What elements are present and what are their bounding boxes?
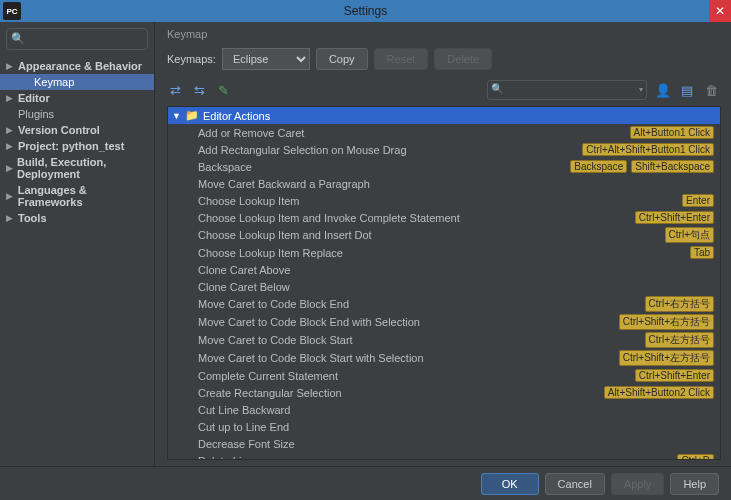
help-button[interactable]: Help <box>670 473 719 495</box>
action-label: Cut Line Backward <box>198 404 714 416</box>
action-row[interactable]: Choose Lookup Item and Invoke Complete S… <box>168 209 720 226</box>
sidebar-item-keymap[interactable]: Keymap <box>0 74 154 90</box>
action-row[interactable]: Cut Line Backward <box>168 401 720 418</box>
sidebar-item-tools[interactable]: ▶Tools <box>0 210 154 226</box>
action-row[interactable]: Move Caret to Code Block End with Select… <box>168 313 720 331</box>
expand-arrow-icon: ▶ <box>6 93 14 103</box>
collapse-arrow-icon: ▼ <box>172 111 181 121</box>
shortcut-badge: Alt+Shift+Button2 Click <box>604 386 714 399</box>
shortcut-badge: Ctrl+Shift+右方括号 <box>619 314 714 330</box>
action-label: Choose Lookup Item Replace <box>198 247 690 259</box>
shortcut-badge: Ctrl+D <box>677 454 714 460</box>
shortcut-badge: Ctrl+Alt+Shift+Button1 Click <box>582 143 714 156</box>
sidebar-item-label: Plugins <box>18 108 54 120</box>
action-row[interactable]: Choose Lookup ItemEnter <box>168 192 720 209</box>
action-row[interactable]: Move Caret to Code Block EndCtrl+右方括号 <box>168 295 720 313</box>
action-label: Move Caret to Code Block End <box>198 298 645 310</box>
action-row[interactable]: Clone Caret Below <box>168 278 720 295</box>
action-row[interactable]: Add or Remove CaretAlt+Button1 Click <box>168 124 720 141</box>
action-label: Add Rectangular Selection on Mouse Drag <box>198 144 582 156</box>
expand-arrow-icon: ▶ <box>6 141 14 151</box>
shortcut-group: BackspaceShift+Backspace <box>570 160 714 173</box>
sidebar-search-input[interactable] <box>6 28 148 50</box>
action-row[interactable]: Create Rectangular SelectionAlt+Shift+Bu… <box>168 384 720 401</box>
expand-all-icon[interactable]: ⇄ <box>167 82 183 98</box>
shortcut-group: Alt+Shift+Button2 Click <box>604 386 714 399</box>
action-row[interactable]: BackspaceBackspaceShift+Backspace <box>168 158 720 175</box>
action-label: Complete Current Statement <box>198 370 635 382</box>
shortcut-group: Ctrl+Shift+右方括号 <box>619 314 714 330</box>
sidebar-item-version-control[interactable]: ▶Version Control <box>0 122 154 138</box>
edit-icon[interactable]: ✎ <box>215 82 231 98</box>
shortcut-badge: Ctrl+句点 <box>665 227 714 243</box>
action-label: Add or Remove Caret <box>198 127 630 139</box>
sidebar-item-languages-frameworks[interactable]: ▶Languages & Frameworks <box>0 182 154 210</box>
search-icon: 🔍 <box>11 32 25 45</box>
action-row[interactable]: Delete LineCtrl+D <box>168 452 720 460</box>
find-by-shortcut-icon[interactable]: 👤 <box>655 82 671 98</box>
action-label: Decrease Font Size <box>198 438 714 450</box>
folder-icon: 📁 <box>185 109 199 122</box>
action-row[interactable]: Move Caret Backward a Paragraph <box>168 175 720 192</box>
action-row[interactable]: Choose Lookup Item ReplaceTab <box>168 244 720 261</box>
action-row[interactable]: Move Caret to Code Block StartCtrl+左方括号 <box>168 331 720 349</box>
shortcut-badge: Tab <box>690 246 714 259</box>
collapse-all-icon[interactable]: ⇆ <box>191 82 207 98</box>
reset-button[interactable]: Reset <box>374 48 429 70</box>
shortcut-badge: Ctrl+Shift+Enter <box>635 369 714 382</box>
action-label: Choose Lookup Item <box>198 195 682 207</box>
panel-title: Keymap <box>155 22 731 44</box>
sidebar-search[interactable]: 🔍 <box>6 28 148 50</box>
action-label: Move Caret Backward a Paragraph <box>198 178 714 190</box>
ok-button[interactable]: OK <box>481 473 539 495</box>
action-search[interactable]: 🔍 ▾ <box>487 80 647 100</box>
keymaps-label: Keymaps: <box>167 53 216 65</box>
sidebar-item-editor[interactable]: ▶Editor <box>0 90 154 106</box>
action-row[interactable]: Complete Current StatementCtrl+Shift+Ent… <box>168 367 720 384</box>
group-editor-actions[interactable]: ▼ 📁 Editor Actions <box>168 107 720 124</box>
action-label: Delete Line <box>198 455 677 461</box>
keymaps-dropdown[interactable]: Eclipse <box>222 48 310 70</box>
content-panel: Keymap Keymaps: Eclipse Copy Reset Delet… <box>155 22 731 466</box>
sidebar-item-plugins[interactable]: Plugins <box>0 106 154 122</box>
action-row[interactable]: Decrease Font Size <box>168 435 720 452</box>
sidebar-item-build-execution-deployment[interactable]: ▶Build, Execution, Deployment <box>0 154 154 182</box>
expand-arrow-icon: ▶ <box>6 125 14 135</box>
shortcut-group: Ctrl+句点 <box>665 227 714 243</box>
title-bar: PC Settings ✕ <box>0 0 731 22</box>
shortcut-group: Ctrl+右方括号 <box>645 296 714 312</box>
shortcut-badge: Ctrl+Shift+左方括号 <box>619 350 714 366</box>
trash-icon[interactable]: 🗑 <box>703 82 719 98</box>
action-label: Backspace <box>198 161 570 173</box>
keymap-selector-row: Keymaps: Eclipse Copy Reset Delete <box>155 44 731 78</box>
actions-list[interactable]: ▼ 📁 Editor Actions Add or Remove CaretAl… <box>167 106 721 460</box>
shortcut-badge: Ctrl+Shift+Enter <box>635 211 714 224</box>
shortcut-group: Enter <box>682 194 714 207</box>
action-label: Clone Caret Above <box>198 264 714 276</box>
sidebar-item-appearance-behavior[interactable]: ▶Appearance & Behavior <box>0 58 154 74</box>
action-row[interactable]: Choose Lookup Item and Insert DotCtrl+句点 <box>168 226 720 244</box>
filter-icon[interactable]: ▤ <box>679 82 695 98</box>
action-label: Create Rectangular Selection <box>198 387 604 399</box>
action-row[interactable]: Move Caret to Code Block Start with Sele… <box>168 349 720 367</box>
delete-button[interactable]: Delete <box>434 48 492 70</box>
close-button[interactable]: ✕ <box>709 0 731 22</box>
action-row[interactable]: Clone Caret Above <box>168 261 720 278</box>
shortcut-badge: Backspace <box>570 160 627 173</box>
action-label: Cut up to Line End <box>198 421 714 433</box>
shortcut-badge: Shift+Backspace <box>631 160 714 173</box>
shortcut-group: Ctrl+D <box>677 454 714 460</box>
sidebar-item-project-python-test[interactable]: ▶Project: python_test <box>0 138 154 154</box>
sidebar-item-label: Project: python_test <box>18 140 124 152</box>
shortcut-group: Ctrl+Shift+Enter <box>635 211 714 224</box>
action-label: Choose Lookup Item and Insert Dot <box>198 229 665 241</box>
action-search-input[interactable] <box>487 80 647 100</box>
expand-arrow-icon: ▶ <box>6 163 13 173</box>
dialog-footer: OK Cancel Apply Help <box>0 466 731 500</box>
action-row[interactable]: Add Rectangular Selection on Mouse DragC… <box>168 141 720 158</box>
cancel-button[interactable]: Cancel <box>545 473 605 495</box>
apply-button[interactable]: Apply <box>611 473 665 495</box>
action-row[interactable]: Cut up to Line End <box>168 418 720 435</box>
action-label: Choose Lookup Item and Invoke Complete S… <box>198 212 635 224</box>
copy-button[interactable]: Copy <box>316 48 368 70</box>
